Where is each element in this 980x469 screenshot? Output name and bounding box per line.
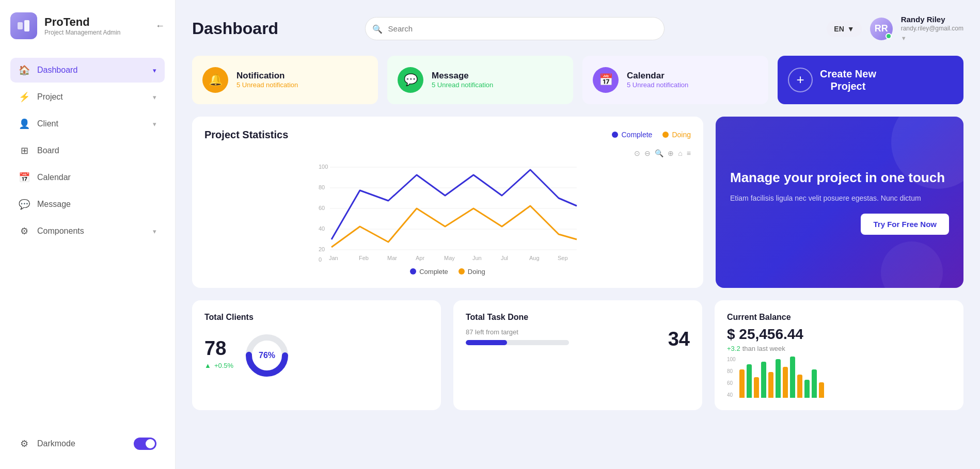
plus-icon: + [788, 68, 813, 92]
calendar-icon: 📅 [593, 67, 619, 93]
legend-complete-label: Complete [621, 131, 652, 139]
sidebar-item-label-dashboard: Dashboard [37, 66, 77, 75]
promo-card: Manage your project in one touch Etiam f… [716, 117, 963, 288]
menu-chart-icon[interactable]: ≡ [687, 149, 691, 157]
darkmode-label: Darkmode [37, 439, 75, 448]
legend-doing-label: Doing [672, 131, 691, 139]
balance-change-desc: than last week [742, 345, 785, 352]
nav-item-left-client: 👤 Client [19, 118, 58, 130]
legend-complete[interactable]: Complete [612, 131, 652, 139]
svg-rect-0 [18, 22, 23, 29]
total-clients-content: 78 ▲ +0.5% 76% [204, 328, 429, 379]
user-chevron-icon[interactable]: ▼ [901, 35, 907, 41]
calendar-card[interactable]: 📅 Calendar 5 Unread notification [582, 56, 768, 104]
total-clients-stats: 78 ▲ +0.5% [204, 337, 233, 369]
balance-bars [739, 357, 824, 398]
message-count: 5 Unread notification [432, 81, 493, 89]
doing-legend-dot [459, 268, 465, 274]
components-icon: ⚙ [19, 225, 30, 237]
download-chart-icon[interactable]: ⊕ [668, 149, 674, 157]
sidebar-item-label-components: Components [37, 227, 84, 236]
statistics-chart: 100 80 60 40 20 0 J [204, 159, 691, 263]
bar-11 [812, 369, 817, 398]
bottom-legend-doing: Doing [459, 268, 485, 276]
project-statistics-card: Project Statistics Complete Doing ⊙ ⊖ 🔍 [192, 117, 703, 288]
task-done-content: 87 left from target 34 [466, 328, 690, 350]
user-avatar: RR [870, 18, 893, 40]
chevron-client-icon: ▾ [153, 120, 156, 128]
current-balance-card: Current Balance $ 25,456.44 +3.2 than la… [715, 300, 963, 410]
task-progress-bar [466, 340, 569, 345]
board-icon: ⊞ [19, 145, 30, 156]
header: Dashboard 🔍 EN ▼ RR Randy Riley randy.ri… [192, 14, 963, 43]
svg-text:20: 20 [319, 246, 325, 252]
language-selector[interactable]: EN ▼ [827, 21, 861, 37]
nav-menu: 🏠 Dashboard ▾ ⚡ Project ▾ 👤 Client ▾ ⊞ B… [10, 58, 165, 246]
svg-text:May: May [444, 255, 455, 261]
total-clients-change: ▲ +0.5% [204, 362, 233, 369]
sidebar: ProTend Project Management Admin ← 🏠 Das… [0, 0, 176, 469]
try-free-button[interactable]: Try For Free Now [861, 214, 949, 235]
nav-item-left-dashboard: 🏠 Dashboard [19, 64, 77, 76]
darkmode-icon: ⚙ [19, 438, 30, 449]
darkmode-toggle[interactable]: ⚙ Darkmode [10, 431, 165, 457]
sidebar-item-board[interactable]: ⊞ Board [10, 138, 165, 163]
chevron-down-icon: ▼ [847, 25, 855, 33]
sidebar-item-project[interactable]: ⚡ Project ▾ [10, 85, 165, 109]
bar-1 [739, 369, 745, 398]
bar-9 [797, 375, 802, 398]
bar-6 [776, 359, 781, 398]
message-icon: 💬 [398, 67, 423, 93]
search-chart-icon[interactable]: 🔍 [655, 149, 663, 157]
logo-subtitle: Project Management Admin [44, 29, 165, 36]
search-input[interactable] [365, 17, 665, 40]
task-done-stats: 87 left from target [466, 328, 569, 345]
promo-description: Etiam facilisis ligula nec velit posuere… [730, 194, 949, 202]
create-project-label: Create New Project [820, 68, 876, 92]
svg-text:100: 100 [319, 164, 328, 170]
sidebar-item-label-client: Client [37, 119, 58, 128]
notification-card[interactable]: 🔔 Notification 5 Unread notification [192, 56, 378, 104]
zoom-icon[interactable]: ⊖ [644, 149, 651, 157]
lang-label: EN [834, 25, 844, 33]
svg-text:Jul: Jul [501, 255, 508, 261]
svg-text:40: 40 [319, 225, 325, 232]
total-clients-value: 78 [204, 337, 233, 360]
chart-title: Project Statistics [204, 129, 288, 141]
chevron-project-icon: ▾ [153, 93, 156, 101]
chart-header: Project Statistics Complete Doing [204, 129, 691, 141]
cards-row: 🔔 Notification 5 Unread notification 💬 M… [192, 56, 963, 104]
sidebar-item-message[interactable]: 💬 Message [10, 192, 165, 217]
zoom-out-icon[interactable]: ⊙ [634, 149, 640, 157]
sidebar-item-dashboard[interactable]: 🏠 Dashboard ▾ [10, 58, 165, 83]
total-clients-pct: +0.5% [214, 362, 233, 369]
sidebar-item-client[interactable]: 👤 Client ▾ [10, 111, 165, 136]
complete-legend-dot [410, 268, 416, 274]
task-done-sub: 87 left from target [466, 328, 569, 336]
content-row: Project Statistics Complete Doing ⊙ ⊖ 🔍 [192, 117, 963, 288]
svg-text:0: 0 [319, 256, 322, 263]
svg-text:Jun: Jun [472, 255, 482, 261]
home-chart-icon[interactable]: ⌂ [678, 149, 682, 157]
sidebar-item-calendar[interactable]: 📅 Calendar [10, 165, 165, 190]
balance-amount: $ 25,456.44 [727, 326, 951, 343]
legend-doing[interactable]: Doing [662, 131, 691, 139]
message-title: Message [432, 71, 493, 81]
svg-text:60: 60 [319, 205, 325, 211]
dashboard-icon: 🏠 [19, 64, 30, 76]
logo-title: ProTend [44, 15, 165, 29]
create-project-button[interactable]: + Create New Project [778, 56, 963, 104]
sidebar-collapse-button[interactable]: ← [155, 21, 165, 31]
message-icon: 💬 [19, 199, 30, 210]
nav-item-left-calendar: 📅 Calendar [19, 172, 71, 183]
sidebar-logo: ProTend Project Management Admin ← [10, 12, 165, 39]
sidebar-item-components[interactable]: ⚙ Components ▾ [10, 219, 165, 244]
up-arrow-icon: ▲ [204, 362, 211, 369]
bottom-legend-complete: Complete [410, 268, 448, 276]
message-card[interactable]: 💬 Message 5 Unread notification [387, 56, 573, 104]
darkmode-switch[interactable] [134, 438, 156, 450]
chart-bottom-legend: Complete Doing [204, 268, 691, 276]
bar-8 [790, 357, 795, 398]
task-progress-fill [466, 340, 507, 345]
chevron-dashboard-icon: ▾ [153, 67, 156, 74]
